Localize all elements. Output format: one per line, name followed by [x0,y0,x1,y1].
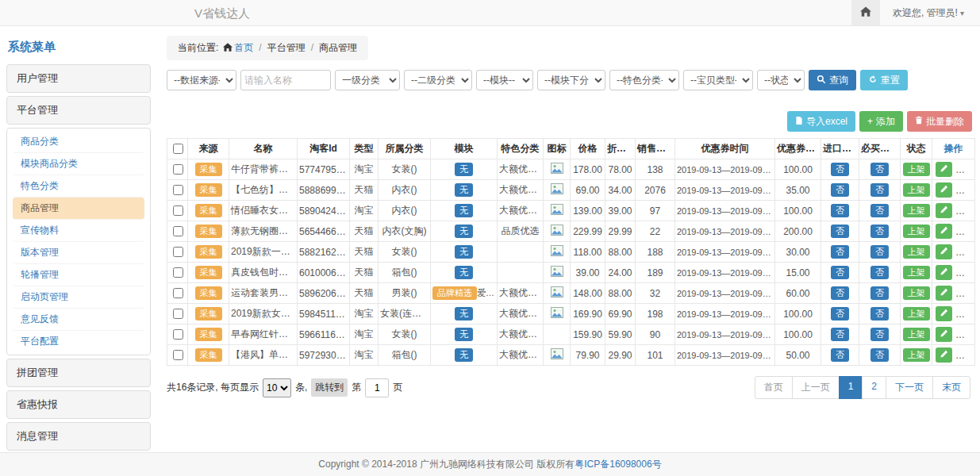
user-menu[interactable]: 欢迎您, 管理员!▾ [893,6,964,20]
module-badge[interactable]: 无 [455,307,473,321]
status-badge[interactable]: 上架 [903,245,930,259]
pager-next[interactable]: 下一页 [886,376,933,399]
must-buy-badge[interactable]: 否 [870,286,889,300]
row-checkbox[interactable] [173,247,183,257]
status-badge[interactable]: 上架 [903,348,930,362]
sidebar-item-platform-config[interactable]: 平台配置 [13,331,144,352]
edit-button[interactable] [936,244,952,259]
row-checkbox[interactable] [173,205,183,216]
add-button[interactable]: +添加 [859,111,903,132]
module-badge[interactable]: 无 [455,204,473,217]
sidebar-item-feedback[interactable]: 意见反馈 [13,309,144,331]
row-checkbox[interactable] [173,267,183,278]
sidebar-item-version-management[interactable]: 版本管理 [13,242,144,264]
must-buy-badge[interactable]: 否 [870,245,889,259]
edit-button[interactable] [936,347,952,363]
level1-category-select[interactable]: 一级分类 [335,70,400,90]
must-buy-badge[interactable]: 否 [870,163,889,176]
status-badge[interactable]: 上架 [903,163,930,176]
must-buy-badge[interactable]: 否 [870,225,889,238]
breadcrumb-home-link[interactable]: 首页 [234,42,253,53]
status-badge[interactable]: 上架 [903,204,930,217]
select-all-checkbox[interactable] [173,144,183,154]
row-checkbox[interactable] [173,329,183,340]
import-select-badge[interactable]: 否 [831,245,849,259]
import-select-badge[interactable]: 否 [831,307,849,321]
row-checkbox[interactable] [173,226,183,236]
data-source-select[interactable]: --数据来源-- [167,70,236,90]
module-select[interactable]: --模块-- [476,70,533,90]
feature-category-select[interactable]: --特色分类-- [609,70,679,90]
must-buy-badge[interactable]: 否 [870,348,889,362]
edit-button[interactable] [936,327,952,342]
import-excel-button[interactable]: 导入excel [787,111,855,132]
name-search-input[interactable] [240,70,331,90]
edit-button[interactable] [936,182,952,198]
sidebar-group-message[interactable]: 消息管理 [6,422,151,451]
import-select-badge[interactable]: 否 [831,348,849,362]
status-badge[interactable]: 上架 [903,225,930,238]
per-page-select[interactable]: 10 [263,378,291,397]
import-select-badge[interactable]: 否 [831,163,849,176]
status-badge[interactable]: 上架 [903,307,930,321]
module-badge[interactable]: 无 [455,266,473,279]
edit-button[interactable] [936,265,952,280]
jump-button[interactable]: 跳转到 [311,378,348,397]
module-badge[interactable]: 无 [455,163,473,176]
edit-button[interactable] [936,203,952,218]
row-checkbox[interactable] [173,350,183,360]
status-badge[interactable]: 上架 [903,183,930,197]
status-select[interactable]: --状态-- [757,70,805,90]
sidebar-item-goods-category[interactable]: 商品分类 [13,131,144,153]
module-badge[interactable]: 无 [455,328,473,341]
module-badge[interactable]: 无 [455,245,473,259]
import-select-badge[interactable]: 否 [831,204,849,217]
must-buy-badge[interactable]: 否 [870,266,889,279]
status-badge[interactable]: 上架 [903,266,930,279]
search-button[interactable]: 查询 [809,70,856,90]
row-checkbox[interactable] [173,309,183,319]
row-checkbox[interactable] [173,185,183,195]
row-checkbox[interactable] [173,288,183,298]
module-badge[interactable]: 品牌精选 [432,286,477,300]
jump-page-input[interactable] [365,378,389,397]
must-buy-badge[interactable]: 否 [870,328,889,341]
sidebar-group-user[interactable]: 用户管理 [6,64,151,93]
must-buy-badge[interactable]: 否 [870,307,889,321]
import-select-badge[interactable]: 否 [831,225,849,238]
item-type-select[interactable]: --宝贝类型-- [683,70,753,90]
pager-prev[interactable]: 上一页 [792,376,840,399]
sidebar-item-promo-material[interactable]: 宣传物料 [13,220,144,242]
edit-button[interactable] [936,224,952,239]
sidebar-group-groupbuy[interactable]: 拼团管理 [6,359,151,387]
pager-first[interactable]: 首页 [755,376,793,399]
sidebar-item-carousel-management[interactable]: 轮播管理 [13,264,144,286]
sidebar-item-feature-category[interactable]: 特色分类 [13,175,144,198]
sidebar-group-express[interactable]: 省惠快报 [6,390,151,419]
row-checkbox[interactable] [173,164,183,175]
sidebar-item-splash-management[interactable]: 启动页管理 [13,286,144,309]
edit-button[interactable] [936,286,952,301]
must-buy-badge[interactable]: 否 [870,204,889,217]
sidebar-item-module-goods-category[interactable]: 模块商品分类 [13,153,144,175]
edit-button[interactable] [936,162,952,177]
sidebar-group-platform[interactable]: 平台管理 [6,96,151,125]
home-button[interactable] [851,0,880,25]
status-badge[interactable]: 上架 [903,328,930,341]
module-subcategory-select[interactable]: --模块下分类-- [537,70,605,90]
import-select-badge[interactable]: 否 [831,266,849,279]
level2-category-select[interactable]: --二级分类-- [404,70,472,90]
icp-link[interactable]: 粤ICP备16098006号 [575,458,661,471]
module-badge[interactable]: 无 [455,348,473,362]
reset-button[interactable]: 重置 [860,70,908,90]
import-select-badge[interactable]: 否 [831,183,849,197]
batch-delete-button[interactable]: 批量删除 [907,111,972,132]
import-select-badge[interactable]: 否 [831,286,849,300]
must-buy-badge[interactable]: 否 [870,183,889,197]
pager-page-1[interactable]: 1 [839,376,863,399]
pager-page-2[interactable]: 2 [862,376,886,399]
pager-last[interactable]: 末页 [932,376,970,399]
status-badge[interactable]: 上架 [903,286,930,300]
sidebar-item-goods-management[interactable]: 商品管理 [13,198,144,220]
module-badge[interactable]: 无 [455,225,473,238]
